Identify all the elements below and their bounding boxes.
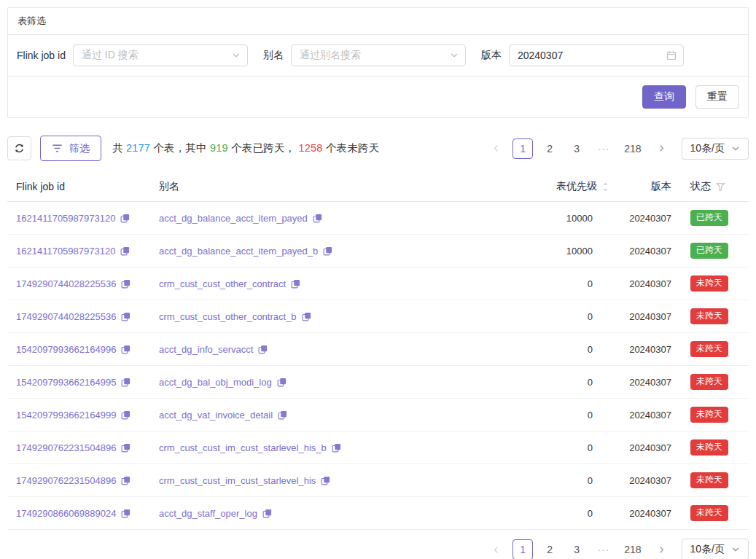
copy-icon[interactable] xyxy=(278,410,287,420)
copy-icon[interactable] xyxy=(121,509,130,518)
copy-icon[interactable] xyxy=(321,476,330,485)
flink-job-id-link[interactable]: 1749290762231504896 xyxy=(16,475,130,486)
cell-alias: acct_dg_info_servacct xyxy=(150,333,523,366)
sorter-icon[interactable] xyxy=(602,181,609,192)
alias-link[interactable]: acct_dg_vat_invoice_detail xyxy=(159,410,287,421)
copy-icon[interactable] xyxy=(323,246,332,256)
cell-alias: crm_cust_cust_other_contract_b xyxy=(150,300,523,333)
cell-alias: acct_dg_balance_acct_item_payed_b xyxy=(150,235,523,267)
copy-icon[interactable] xyxy=(121,378,130,387)
flink-job-id-value: 1621411705987973120 xyxy=(16,213,115,224)
alias-link[interactable]: crm_cust_cust_im_cust_starlevel_his xyxy=(159,475,330,486)
flink-job-id-value: 1749290762231504896 xyxy=(16,475,116,486)
alias-link[interactable]: acct_dg_balance_acct_item_payed_b xyxy=(159,246,332,257)
status-header-label: 状态 xyxy=(690,180,711,193)
pagination-page-2[interactable]: 2 xyxy=(539,138,560,159)
refresh-button[interactable] xyxy=(7,136,31,160)
cell-flink-job-id: 1749290762231504896 xyxy=(7,464,150,497)
pagination-page-2[interactable]: 2 xyxy=(539,539,560,559)
cell-priority: 0 xyxy=(523,497,617,530)
copy-icon[interactable] xyxy=(120,246,130,256)
pagination-ellipsis: ··· xyxy=(593,138,614,159)
copy-icon[interactable] xyxy=(277,378,287,387)
alias-select[interactable]: 通过别名搜索 xyxy=(291,44,466,66)
flink-job-id-link[interactable]: 1621411705987973120 xyxy=(16,213,130,224)
page: 表筛选 Flink job id 通过 ID 搜索 别名 通过别名搜索 xyxy=(0,0,756,559)
pagination-page-218[interactable]: 218 xyxy=(620,138,644,159)
flink-job-id-link[interactable]: 1621411705987973120 xyxy=(16,246,130,257)
filter-funnel-icon[interactable] xyxy=(716,182,725,192)
version-date-input[interactable]: 20240307 xyxy=(509,44,684,66)
alias-link[interactable]: acct_dg_bal_obj_modi_log xyxy=(159,377,287,388)
table-row: 1749290744028225536crm_cust_cust_other_c… xyxy=(7,300,749,333)
copy-icon[interactable] xyxy=(121,312,130,321)
copy-icon[interactable] xyxy=(332,443,341,453)
summary-text: 共 2177 个表，其中 919 个表已跨天， 1258 个表未跨天 xyxy=(112,141,379,155)
summary-part3: 个表已跨天， xyxy=(228,142,299,154)
alias-link[interactable]: crm_cust_cust_other_contract_b xyxy=(159,311,311,322)
filter-card: 表筛选 Flink job id 通过 ID 搜索 别名 通过别名搜索 xyxy=(7,7,749,118)
pagination-page-218[interactable]: 218 xyxy=(620,539,644,559)
flink-job-id-link[interactable]: 1749290762231504896 xyxy=(16,442,130,453)
cell-version: 20240307 xyxy=(617,267,682,300)
cell-status: 已跨天 xyxy=(682,202,749,235)
pagination-prev-button[interactable] xyxy=(486,539,506,559)
filter-button[interactable]: 筛选 xyxy=(40,136,101,161)
flink-job-id-select[interactable]: 通过 ID 搜索 xyxy=(73,44,248,66)
summary-uncrossed-count: 1258 xyxy=(298,142,322,154)
alias-value: acct_dg_vat_invoice_detail xyxy=(159,410,273,421)
flink-job-id-value: 1542097993662164995 xyxy=(16,377,116,388)
page-size-label: 10条/页 xyxy=(690,142,725,155)
flink-job-id-value: 1749290762231504896 xyxy=(16,442,116,453)
copy-icon[interactable] xyxy=(262,509,272,518)
cell-flink-job-id: 1542097993662164999 xyxy=(7,399,150,431)
pagination-page-3[interactable]: 3 xyxy=(566,138,587,159)
copy-icon[interactable] xyxy=(258,345,268,354)
pagination-next-button[interactable] xyxy=(652,539,672,559)
alias-link[interactable]: acct_dg_info_servacct xyxy=(159,344,268,355)
copy-icon[interactable] xyxy=(120,214,130,223)
cell-alias: crm_cust_cust_other_contract xyxy=(150,267,523,300)
alias-value: acct_dg_balance_acct_item_payed_b xyxy=(159,246,318,257)
flink-job-id-link[interactable]: 1542097993662164999 xyxy=(16,410,130,421)
alias-link[interactable]: crm_cust_cust_other_contract xyxy=(159,278,300,289)
page-size-select[interactable]: 10条/页 xyxy=(682,138,749,160)
flink-job-id-placeholder: 通过 ID 搜索 xyxy=(82,49,139,62)
copy-icon[interactable] xyxy=(121,279,130,289)
pagination-page-1[interactable]: 1 xyxy=(513,138,533,159)
copy-icon[interactable] xyxy=(302,312,311,321)
alias-link[interactable]: acct_dg_staff_oper_log xyxy=(159,508,272,519)
alias-placeholder: 通过别名搜索 xyxy=(300,49,361,62)
status-badge: 已跨天 xyxy=(690,243,728,258)
cell-priority: 10000 xyxy=(523,202,617,235)
flink-job-id-link[interactable]: 1542097993662164996 xyxy=(16,344,130,355)
status-badge: 未跨天 xyxy=(690,341,728,356)
field-flink-job-id: Flink job id 通过 ID 搜索 xyxy=(17,44,248,66)
pagination-next-button[interactable] xyxy=(652,138,672,159)
pagination-page-3[interactable]: 3 xyxy=(566,539,587,559)
copy-icon[interactable] xyxy=(121,476,130,485)
flink-job-id-link[interactable]: 1749290866069889024 xyxy=(16,508,130,519)
flink-job-id-link[interactable]: 1749290744028225536 xyxy=(16,311,130,322)
reset-button[interactable]: 重置 xyxy=(695,85,739,109)
flink-job-id-value: 1749290744028225536 xyxy=(16,278,116,289)
column-header-priority[interactable]: 表优先级 xyxy=(523,173,617,202)
query-button[interactable]: 查询 xyxy=(642,85,686,109)
flink-job-id-link[interactable]: 1542097993662164995 xyxy=(16,377,130,388)
alias-link[interactable]: crm_cust_cust_im_cust_starlevel_his_b xyxy=(159,442,341,453)
copy-icon[interactable] xyxy=(121,443,130,453)
flink-job-id-link[interactable]: 1749290744028225536 xyxy=(16,278,130,289)
chevron-down-icon xyxy=(731,545,740,554)
page-size-select[interactable]: 10条/页 xyxy=(682,539,749,559)
copy-icon[interactable] xyxy=(313,214,322,223)
copy-icon[interactable] xyxy=(291,279,300,289)
copy-icon[interactable] xyxy=(121,410,130,420)
pagination-page-1[interactable]: 1 xyxy=(513,539,533,559)
pagination-prev-button[interactable] xyxy=(486,138,506,159)
alias-link[interactable]: acct_dg_balance_acct_item_payed xyxy=(159,213,322,224)
status-badge: 已跨天 xyxy=(690,210,728,225)
cell-status: 未跨天 xyxy=(682,333,749,366)
column-header-status[interactable]: 状态 xyxy=(682,173,749,202)
copy-icon[interactable] xyxy=(121,345,130,354)
cell-priority: 0 xyxy=(523,399,617,431)
